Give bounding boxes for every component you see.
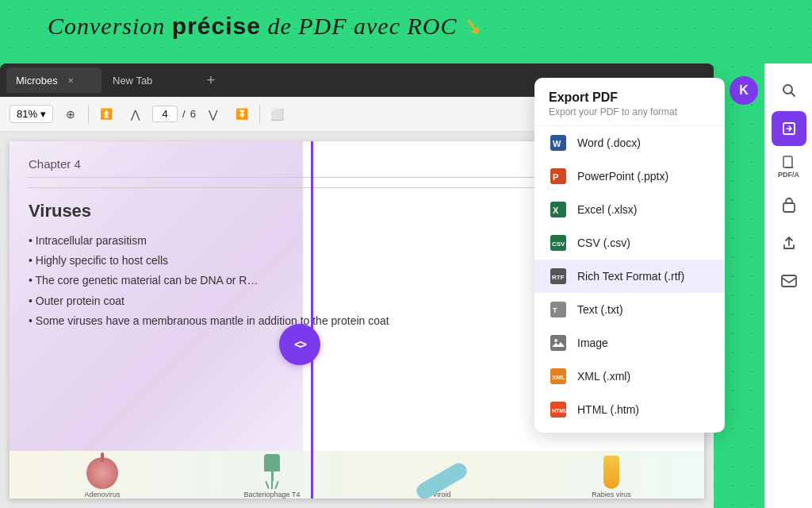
user-initial: K: [739, 83, 749, 98]
zoom-in-btn[interactable]: ⊕: [59, 103, 82, 125]
text-icon: T: [549, 300, 568, 319]
micro-label-2: Bacteriophage T4: [195, 491, 349, 498]
export-powerpoint[interactable]: P PowerPoint (.pptx): [534, 160, 725, 193]
new-tab-button[interactable]: +: [200, 69, 222, 91]
export-subtitle: Export your PDF to any format: [549, 106, 710, 117]
export-text[interactable]: T Text (.txt): [534, 293, 725, 326]
mail-sidebar-btn[interactable]: [772, 264, 806, 298]
export-header: Export PDF Export your PDF to any format: [534, 78, 725, 126]
export-excel[interactable]: X Excel (.xlsx): [534, 193, 725, 226]
lock-icon: [782, 197, 796, 213]
micro-label-3: Viroid: [365, 491, 519, 498]
tab-microbes-close[interactable]: ✕: [64, 74, 77, 87]
export-csv-label: CSV (.csv): [577, 237, 630, 249]
svg-text:T: T: [553, 306, 557, 314]
convert-icon: [781, 121, 797, 137]
page-sep: /: [182, 108, 186, 120]
svg-rect-4: [783, 203, 795, 212]
export-dropdown: Export PDF Export your PDF to any format…: [534, 78, 725, 433]
powerpoint-icon: P: [549, 167, 568, 186]
image-strip: Adenovirus Bacteriophage T4: [10, 451, 704, 498]
svg-rect-5: [782, 275, 796, 287]
export-rtf[interactable]: RTF Rich Text Format (.rtf): [534, 260, 725, 293]
pdfa-label: PDF/A: [778, 171, 799, 179]
pdf-icon: [782, 156, 796, 170]
export-powerpoint-label: PowerPoint (.pptx): [577, 170, 668, 183]
zoom-control[interactable]: 81% ▾: [10, 105, 53, 123]
html-icon: HTML: [549, 400, 568, 419]
micro-viroid: Viroid: [365, 465, 519, 498]
svg-text:HTML: HTML: [552, 408, 566, 414]
export-word-label: Word (.docx): [577, 137, 641, 149]
tab-new[interactable]: New Tab: [103, 67, 198, 93]
prev-page-btn[interactable]: ⋀: [124, 103, 146, 125]
banner-arrow: ➘: [462, 8, 485, 44]
zoom-chevron: ▾: [40, 108, 46, 120]
excel-icon: X: [549, 200, 568, 219]
tab-new-label: New Tab: [113, 75, 152, 87]
export-xml[interactable]: XML XML (.xml): [534, 360, 725, 393]
export-image[interactable]: Image: [534, 326, 725, 360]
pdfa-sidebar-btn[interactable]: PDF/A: [772, 149, 806, 184]
micro-label-4: Rabies virus: [534, 491, 688, 498]
tab-microbes[interactable]: Microbes ✕: [6, 67, 102, 93]
search-icon: [781, 83, 797, 98]
micro-bacteriophage: Bacteriophage T4: [195, 454, 349, 498]
search-sidebar-btn[interactable]: [772, 73, 806, 108]
export-word[interactable]: W Word (.docx): [534, 126, 725, 160]
code-icon: <>: [294, 337, 305, 352]
last-page-btn[interactable]: ⏬: [231, 103, 253, 125]
svg-line-1: [791, 93, 795, 97]
toolbar-sep-2: [259, 105, 260, 124]
micro-adenovirus: Adenovirus: [25, 457, 179, 498]
tab-microbes-label: Microbes: [16, 75, 58, 87]
svg-text:X: X: [553, 206, 559, 215]
word-icon: W: [549, 133, 568, 152]
micro-rabies: Rabies virus: [534, 456, 688, 498]
first-page-btn[interactable]: ⏫: [95, 103, 117, 125]
svg-rect-3: [783, 156, 792, 167]
user-avatar[interactable]: K: [730, 76, 758, 105]
zoom-value: 81%: [17, 108, 37, 120]
lock-sidebar-btn[interactable]: [772, 187, 806, 222]
convert-sidebar-btn[interactable]: [772, 111, 806, 146]
svg-text:CSV: CSV: [552, 241, 565, 248]
banner: Conversion précise de PDF avec ROC ➘: [48, 10, 482, 43]
svg-point-19: [554, 339, 557, 342]
export-xml-label: XML (.xml): [577, 370, 630, 383]
svg-text:P: P: [553, 172, 558, 182]
xml-icon: XML: [549, 367, 568, 386]
export-csv[interactable]: CSV CSV (.csv): [534, 226, 725, 260]
mail-icon: [781, 275, 797, 287]
svg-text:RTF: RTF: [552, 274, 565, 281]
next-page-btn[interactable]: ⋁: [202, 103, 224, 125]
right-sidebar: PDF/A: [764, 64, 812, 508]
csv-icon: CSV: [549, 233, 568, 252]
export-rtf-label: Rich Text Format (.rtf): [577, 270, 684, 283]
svg-text:XML: XML: [552, 374, 565, 381]
page-input[interactable]: [152, 106, 178, 122]
page-total: 6: [190, 108, 196, 120]
code-overlay-btn[interactable]: <>: [279, 324, 320, 365]
svg-rect-18: [550, 335, 566, 351]
share-sidebar-btn[interactable]: [772, 225, 806, 260]
image-icon: [549, 333, 568, 352]
micro-label-1: Adenovirus: [25, 491, 179, 498]
export-title: Export PDF: [549, 90, 710, 105]
export-image-label: Image: [577, 337, 608, 349]
rtf-icon: RTF: [549, 267, 568, 286]
export-html[interactable]: HTML HTML (.htm): [534, 393, 725, 426]
share-icon: [782, 235, 796, 251]
page-nav: / 6: [152, 106, 196, 122]
export-text-label: Text (.txt): [577, 303, 623, 316]
export-excel-label: Excel (.xlsx): [577, 203, 637, 216]
svg-text:W: W: [553, 139, 561, 148]
toolbar-sep-1: [88, 105, 89, 124]
export-html-label: HTML (.htm): [577, 403, 639, 416]
present-btn[interactable]: ⬜: [266, 103, 289, 125]
banner-text: Conversion précise de PDF avec ROC: [48, 13, 457, 40]
